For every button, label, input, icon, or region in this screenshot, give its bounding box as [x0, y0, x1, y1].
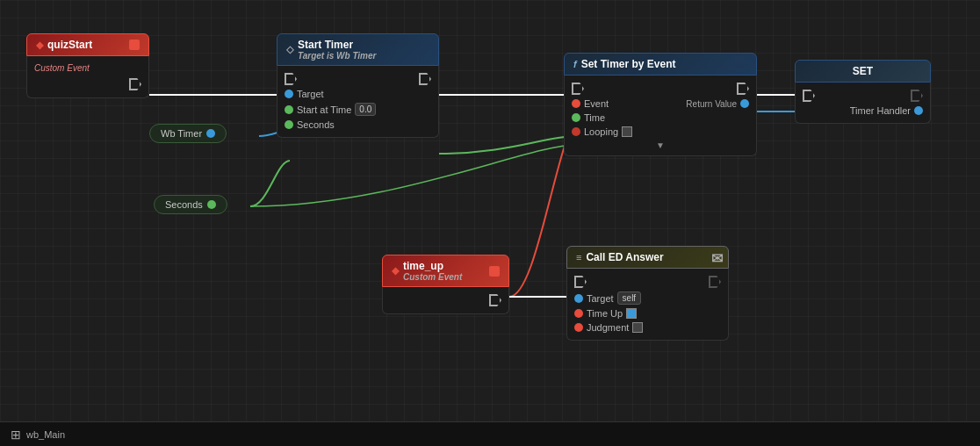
set-timer-exec-row	[572, 81, 749, 97]
mail-icon: ✉	[711, 250, 723, 267]
quiz-start-exec-out	[34, 76, 141, 92]
time-up-node: ◆ time_up Custom Event	[382, 255, 509, 314]
seconds-label: Seconds	[297, 119, 335, 130]
time-up-icon: ◆	[392, 265, 399, 277]
call-ed-answer-node: ≡ Call ED Answer ✉ Target self Time Up J…	[566, 246, 729, 341]
quiz-start-indicator	[129, 40, 140, 50]
exec-in	[803, 90, 815, 102]
self-tag: self	[617, 291, 642, 305]
timer-handler-pin: Timer Handler	[803, 104, 923, 118]
wb-timer-output-dot	[206, 129, 215, 138]
start-timer-exec-row	[285, 71, 431, 87]
seconds-var-label: Seconds	[165, 199, 203, 210]
set-timer-f-icon: f	[573, 59, 577, 69]
timer-handler-label: Timer Handler	[850, 105, 911, 116]
time-up-exec-row	[390, 292, 501, 308]
time-up-header: ◆ time_up Custom Event	[382, 255, 509, 287]
call-ed-target-dot	[574, 294, 583, 303]
time-up-body	[382, 287, 509, 314]
looping-pin: Looping	[572, 125, 749, 139]
time-dot	[572, 113, 580, 122]
time-pin: Time	[572, 111, 749, 125]
seconds-output-dot	[207, 200, 216, 209]
looping-dot	[572, 127, 580, 136]
exec-out-arrow	[419, 73, 431, 85]
call-ed-target-pin: Target self	[574, 290, 721, 306]
judgment-pin: Judgment	[574, 320, 721, 334]
time-up-pin-label: Time Up	[587, 308, 623, 319]
call-ed-body: Target self Time Up Judgment	[566, 269, 729, 341]
start-at-time-value[interactable]: 0.0	[355, 103, 376, 116]
quiz-start-node: ◆ quizStart Custom Event	[26, 33, 149, 98]
exec-out	[709, 276, 721, 288]
exec-in-arrow	[285, 73, 297, 85]
time-up-title: time_up	[403, 260, 462, 272]
quiz-start-icon: ◆	[36, 40, 43, 51]
judgment-checkbox[interactable]	[632, 322, 643, 333]
event-pin: Event Return Value	[572, 97, 749, 111]
timer-handler-dot	[914, 106, 923, 115]
time-up-pin: Time Up	[574, 306, 721, 320]
call-ed-target-label: Target	[587, 293, 614, 304]
call-ed-exec-row	[574, 274, 721, 290]
set-timer-event-body: Event Return Value Time Looping ▼	[564, 76, 757, 156]
wb-timer-label: Wb Timer	[161, 128, 202, 139]
exec-in	[572, 83, 584, 95]
set-exec-row	[803, 88, 923, 104]
exec-out-arrow	[129, 78, 141, 90]
wb-main-icon: ⊞	[11, 428, 21, 442]
quiz-start-title: quizStart	[47, 39, 92, 51]
event-dot	[572, 99, 580, 108]
return-value-label: Return Value	[686, 99, 737, 109]
set-node: SET Timer Handler	[795, 60, 931, 124]
start-timer-subtitle: Target is Wb Timer	[298, 51, 376, 61]
call-ed-header: ≡ Call ED Answer ✉	[566, 246, 729, 269]
target-dot	[285, 90, 293, 98]
set-body: Timer Handler	[795, 83, 931, 124]
wb-main-label: wb_Main	[26, 429, 65, 440]
exec-in	[574, 276, 587, 288]
set-header: SET	[795, 60, 931, 83]
start-timer-body: Target Start at Time 0.0 Seconds	[277, 66, 439, 138]
time-up-pin-dot	[574, 309, 583, 318]
target-label: Target	[297, 89, 324, 99]
start-at-time-label: Start at Time	[297, 104, 351, 115]
expand-arrow: ▼	[572, 139, 749, 150]
time-label: Time	[584, 112, 605, 123]
quiz-start-subtitle-row: Custom Event	[34, 61, 141, 75]
start-timer-header: ◇ Start Timer Target is Wb Timer	[277, 33, 439, 66]
start-timer-node: ◇ Start Timer Target is Wb Timer Target …	[277, 33, 439, 138]
target-pin: Target	[285, 87, 431, 101]
time-up-checkbox[interactable]	[626, 308, 637, 319]
event-label: Event	[584, 98, 609, 109]
time-up-subtitle: Custom Event	[403, 272, 462, 282]
start-timer-icon: ◇	[286, 44, 293, 55]
quiz-start-body: Custom Event	[26, 56, 149, 98]
quiz-start-header: ◆ quizStart	[26, 33, 149, 56]
start-timer-title: Start Timer	[298, 39, 376, 51]
wb-timer-variable: Wb Timer	[149, 124, 227, 143]
return-value-dot	[740, 99, 749, 108]
looping-label: Looping	[584, 126, 618, 137]
bottom-bar: ⊞ wb_Main	[0, 421, 980, 446]
exec-out	[489, 294, 501, 306]
exec-out	[737, 83, 749, 95]
exec-out	[911, 90, 923, 102]
start-at-time-dot	[285, 105, 293, 114]
start-at-time-pin: Start at Time 0.0	[285, 101, 431, 118]
set-title: SET	[804, 65, 921, 77]
call-ed-icon: ≡	[576, 252, 581, 263]
set-timer-event-header: f Set Timer by Event	[564, 53, 757, 76]
seconds-variable: Seconds	[154, 195, 227, 214]
set-timer-event-title: Set Timer by Event	[581, 58, 676, 70]
call-ed-title: Call ED Answer	[586, 251, 663, 263]
seconds-pin: Seconds	[285, 118, 431, 132]
judgment-label: Judgment	[587, 322, 629, 333]
set-timer-event-node: f Set Timer by Event Event Return Value …	[564, 53, 757, 156]
time-up-indicator	[489, 266, 500, 277]
looping-checkbox[interactable]	[622, 126, 632, 137]
quiz-start-subtitle: Custom Event	[34, 63, 90, 73]
judgment-dot	[574, 323, 583, 332]
seconds-dot	[285, 120, 293, 129]
